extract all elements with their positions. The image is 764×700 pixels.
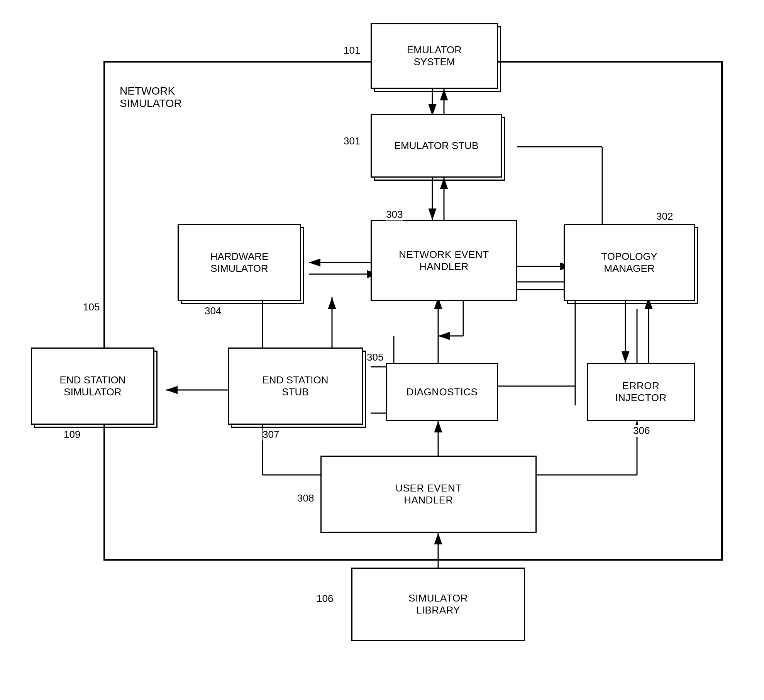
network-event-handler-label: NETWORK EVENTHANDLER — [399, 249, 489, 273]
end-station-stub-box: END STATIONSTUB — [228, 347, 363, 425]
user-event-handler-label: USER EVENTHANDLER — [395, 482, 461, 506]
end-station-stub-label: END STATIONSTUB — [228, 347, 363, 425]
ref-302: 302 — [656, 210, 673, 222]
error-injector-box: ERRORINJECTOR — [587, 363, 695, 421]
end-station-simulator-box: END STATIONSIMULATOR — [31, 347, 154, 425]
topology-manager-box: TOPOLOGYMANAGER — [564, 224, 695, 301]
ref-109: 109 — [64, 429, 80, 441]
ref-308: 308 — [297, 492, 314, 504]
ref-105: 105 — [83, 301, 100, 313]
topology-manager-label: TOPOLOGYMANAGER — [564, 224, 695, 301]
user-event-handler-box: USER EVENTHANDLER — [320, 456, 537, 533]
simulator-library-box: SIMULATORLIBRARY — [351, 568, 525, 641]
simulator-library-label: SIMULATORLIBRARY — [408, 592, 468, 616]
ref-307: 307 — [263, 429, 279, 441]
ref-303: 303 — [386, 208, 403, 220]
diagnostics-box: DIAGNOSTICS — [386, 363, 498, 421]
hardware-simulator-label: HARDWARESIMULATOR — [178, 224, 301, 301]
network-event-handler-box: NETWORK EVENTHANDLER — [371, 220, 517, 301]
error-injector-label: ERRORINJECTOR — [615, 380, 667, 404]
ref-301: 301 — [344, 135, 360, 147]
emulator-stub-box: EMULATOR STUB — [371, 114, 502, 178]
ref-305: 305 — [367, 351, 383, 363]
end-station-simulator-label: END STATIONSIMULATOR — [31, 347, 154, 425]
hardware-simulator-box: HARDWARESIMULATOR — [178, 224, 301, 301]
emulator-stub-label: EMULATOR STUB — [371, 114, 502, 178]
emulator-system-box: EMULATORSYSTEM — [371, 23, 498, 89]
ref-304: 304 — [205, 305, 221, 317]
diagram: EMULATORSYSTEM 101 EMULATOR STUB 301 NET… — [0, 0, 764, 700]
emulator-system-label: EMULATORSYSTEM — [371, 23, 498, 89]
ref-306: 306 — [633, 425, 650, 437]
ref-101: 101 — [344, 44, 360, 56]
diagnostics-label: DIAGNOSTICS — [407, 386, 478, 398]
ref-106: 106 — [317, 593, 333, 605]
network-simulator-label: NETWORKSIMULATOR — [120, 85, 182, 110]
